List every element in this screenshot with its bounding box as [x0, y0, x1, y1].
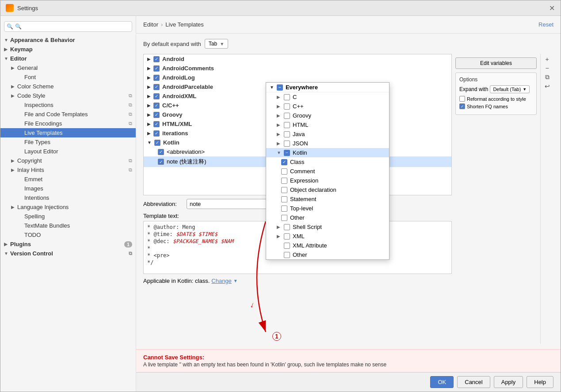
- popup-item-comment[interactable]: Comment: [266, 167, 389, 176]
- undo-icon[interactable]: ↩: [545, 83, 550, 90]
- shell-checkbox[interactable]: [284, 224, 290, 230]
- duplicate-icon[interactable]: ⧉: [545, 73, 550, 81]
- sidebar-item-emmet[interactable]: Emmet: [0, 175, 136, 184]
- group-checkbox[interactable]: ✓: [153, 112, 160, 118]
- popup-item-json[interactable]: ▶ JSON: [266, 139, 389, 148]
- sidebar-item-inspections[interactable]: Inspections ⧉: [0, 100, 136, 110]
- sidebar-item-language-injections[interactable]: ▶ Language Injections: [0, 202, 136, 212]
- side-toolbar: + − ⧉ ↩: [540, 54, 553, 344]
- expand-with-dropdown[interactable]: Default (Tab) ▼: [490, 85, 530, 93]
- triangle-icon: ▼: [4, 251, 8, 256]
- change-link[interactable]: Change: [211, 278, 232, 284]
- java-checkbox[interactable]: [284, 131, 290, 137]
- popup-item-statement[interactable]: Statement: [266, 194, 389, 204]
- json-checkbox[interactable]: [284, 141, 290, 147]
- sidebar-item-file-encodings[interactable]: File Encodings ⧉: [0, 119, 136, 128]
- sidebar-item-editor[interactable]: ▼ Editor: [0, 54, 136, 63]
- item-checkbox[interactable]: ✓: [158, 159, 164, 165]
- sidebar-item-copyright[interactable]: ▶ Copyright ⧉: [0, 156, 136, 165]
- ok-button[interactable]: OK: [430, 376, 454, 388]
- search-icon: 🔍: [7, 23, 13, 30]
- sidebar-item-plugins[interactable]: ▶ Plugins 1: [0, 240, 136, 249]
- add-icon[interactable]: +: [545, 56, 549, 63]
- c-checkbox[interactable]: [284, 94, 290, 100]
- help-button[interactable]: Help: [527, 376, 553, 388]
- group-checkbox[interactable]: ✓: [153, 93, 160, 99]
- comment-checkbox[interactable]: [281, 168, 287, 175]
- group-checkbox[interactable]: ✓: [154, 140, 160, 146]
- toplevel-checkbox[interactable]: [281, 206, 287, 212]
- sidebar-item-appearance[interactable]: ▼ Appearance & Behavior: [0, 35, 136, 45]
- sidebar-item-spelling[interactable]: Spelling: [0, 212, 136, 221]
- popup-item-object-declaration[interactable]: Object declaration: [266, 185, 389, 194]
- statement-checkbox[interactable]: [281, 196, 287, 202]
- object-decl-checkbox[interactable]: [281, 187, 287, 193]
- sidebar-item-keymap[interactable]: ▶ Keymap: [0, 45, 136, 54]
- sidebar-item-live-templates[interactable]: Live Templates: [0, 128, 136, 137]
- popup-item-other[interactable]: Other: [266, 250, 389, 259]
- xmlattr-checkbox[interactable]: [284, 243, 290, 249]
- item-checkbox[interactable]: ✓: [158, 149, 164, 155]
- popup-header[interactable]: ▼ − Everywhere: [266, 83, 389, 92]
- expand-dropdown[interactable]: Tab ▼: [205, 39, 228, 49]
- reset-button[interactable]: Reset: [538, 21, 553, 28]
- search-input[interactable]: [4, 21, 132, 32]
- reformat-checkbox[interactable]: [459, 96, 465, 102]
- xml-checkbox[interactable]: [284, 233, 290, 240]
- apply-button[interactable]: Apply: [494, 376, 523, 388]
- popup-item-groovy[interactable]: ▶ Groovy: [266, 111, 389, 120]
- other-checkbox[interactable]: [284, 252, 290, 258]
- group-checkbox[interactable]: ✓: [153, 121, 160, 127]
- sidebar-item-images[interactable]: Images: [0, 184, 136, 193]
- edit-variables-button[interactable]: Edit variables: [455, 57, 537, 69]
- kotlin-checkbox[interactable]: −: [284, 150, 290, 156]
- popup-item-html[interactable]: ▶ HTML: [266, 120, 389, 129]
- popup-item-expression[interactable]: Expression: [266, 176, 389, 185]
- sidebar-item-inlay-hints[interactable]: ▶ Inlay Hints ⧉: [0, 165, 136, 175]
- sidebar-item-file-templates[interactable]: File and Code Templates ⧉: [0, 110, 136, 119]
- template-group-androidcomments[interactable]: ▶ ✓ AndroidComments: [144, 64, 451, 73]
- class-checkbox[interactable]: ✓: [281, 159, 287, 165]
- popup-item-xml[interactable]: ▶ XML: [266, 232, 389, 241]
- sidebar-item-general[interactable]: ▶ General: [0, 63, 136, 72]
- popup-item-class[interactable]: ✓ Class: [266, 157, 389, 167]
- popup-item-shellscript[interactable]: ▶ Shell Script: [266, 222, 389, 232]
- sidebar-item-textmate[interactable]: TextMate Bundles: [0, 221, 136, 230]
- everywhere-checkbox[interactable]: −: [277, 84, 283, 91]
- sidebar-item-code-style[interactable]: ▶ Code Style ⧉: [0, 91, 136, 100]
- group-checkbox[interactable]: ✓: [153, 75, 160, 81]
- popup-item-cpp[interactable]: ▶ C++: [266, 102, 389, 111]
- popup-item-c[interactable]: ▶ C: [266, 92, 389, 102]
- popup-item-java[interactable]: ▶ Java: [266, 129, 389, 139]
- popup-item-other-kotlin[interactable]: Other: [266, 213, 389, 222]
- sidebar-item-version-control[interactable]: ▼ Version Control ⧉: [0, 249, 136, 258]
- sidebar-item-file-types[interactable]: File Types: [0, 137, 136, 147]
- remove-icon[interactable]: −: [545, 65, 549, 72]
- group-checkbox[interactable]: ✓: [153, 56, 160, 62]
- abbreviation-input[interactable]: [187, 199, 275, 209]
- cancel-button[interactable]: Cancel: [457, 376, 490, 388]
- expression-checkbox[interactable]: [281, 178, 287, 184]
- template-group-android[interactable]: ▶ ✓ Android: [144, 54, 451, 64]
- group-checkbox[interactable]: ✓: [153, 65, 160, 72]
- sidebar-item-color-scheme[interactable]: ▶ Color Scheme: [0, 82, 136, 91]
- popup-item-xmlattr[interactable]: XML Attribute: [266, 241, 389, 250]
- popup-item-kotlin[interactable]: ▼ − Kotlin: [266, 148, 389, 157]
- group-checkbox[interactable]: ✓: [153, 103, 160, 109]
- sidebar-item-intentions[interactable]: Intentions: [0, 193, 136, 202]
- close-button[interactable]: ✕: [549, 5, 555, 11]
- shorten-checkbox[interactable]: ✓: [459, 103, 465, 109]
- sidebar-item-layout-editor[interactable]: Layout Editor: [0, 147, 136, 156]
- group-label: AndroidComments: [162, 65, 214, 72]
- sidebar-item-todo[interactable]: TODO: [0, 230, 136, 240]
- other-kotlin-checkbox[interactable]: [281, 215, 287, 221]
- group-checkbox[interactable]: ✓: [153, 130, 160, 137]
- popup-item-label: Object declaration: [290, 186, 336, 193]
- sidebar-item-font[interactable]: Font: [0, 72, 136, 82]
- template-group-androidlog[interactable]: ▶ ✓ AndroidLog: [144, 73, 451, 82]
- html-checkbox[interactable]: [284, 122, 290, 128]
- cpp-checkbox[interactable]: [284, 103, 290, 110]
- groovy-checkbox[interactable]: [284, 113, 290, 119]
- group-checkbox[interactable]: ✓: [153, 84, 160, 90]
- popup-item-toplevel[interactable]: Top-level: [266, 204, 389, 213]
